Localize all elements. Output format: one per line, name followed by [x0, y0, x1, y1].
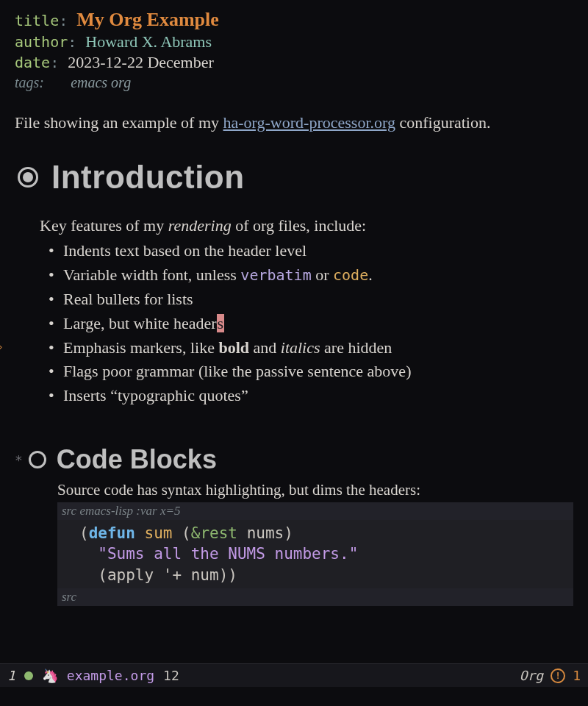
major-mode[interactable]: Org [520, 668, 544, 683]
heading-2[interactable]: * Code Blocks [15, 444, 573, 475]
meta-author-line: author: Howard X. Abrams [15, 32, 573, 51]
meta-key-author: author [15, 33, 68, 51]
verbatim-text: verbatim [240, 266, 311, 284]
editor-buffer[interactable]: title: My Org Example author: Howard X. … [0, 0, 588, 662]
features-list: Indents text based on the header level V… [49, 240, 573, 407]
warning-icon[interactable]: ! [551, 668, 565, 683]
doc-title: My Org Example [76, 9, 219, 30]
doc-date: 2023-12-22 December [68, 53, 214, 71]
list-item: Indents text based on the header level [49, 240, 573, 263]
meta-title-line: title: My Org Example [15, 9, 573, 31]
source-code[interactable]: (defun sum (&rest nums) "Sums all the NU… [57, 520, 573, 588]
warning-count: 1 [573, 668, 581, 683]
heading-1[interactable]: Introduction [18, 159, 573, 196]
heading-bullet-icon [18, 167, 38, 188]
line-number: 12 [163, 668, 179, 683]
meta-key-tags: tags: [15, 74, 44, 90]
src-end-line: src [57, 588, 573, 606]
config-link[interactable]: ha-org-word-processor.org [223, 113, 395, 132]
fringe-indicator-icon: » [0, 341, 2, 354]
meta-key-title: title [15, 12, 59, 29]
features-block: Key features of my rendering of org file… [40, 215, 573, 407]
window-number: 1 [7, 668, 15, 683]
features-lead: Key features of my rendering of org file… [40, 215, 573, 238]
list-item: Flags poor grammar (like the passive sen… [49, 360, 573, 383]
meta-date-line: date: 2023-12-22 December [15, 53, 573, 72]
buffer-name[interactable]: example.org [67, 668, 154, 683]
list-item: » Emphasis markers, like bold and italic… [49, 337, 573, 360]
source-block[interactable]: src emacs-lisp :var x=5 (defun sum (&res… [57, 502, 573, 606]
src-description: Source code has syntax highlighting, but… [57, 481, 573, 499]
heading-star-icon: * [15, 452, 23, 468]
meta-tags-line: tags: emacs org [15, 74, 573, 91]
meta-key-date: date [15, 54, 50, 71]
modified-indicator-icon [24, 671, 33, 680]
list-item: Variable width font, unless verbatim or … [49, 264, 573, 287]
heading-2-text: Code Blocks [57, 444, 217, 475]
heading-bullet-icon [29, 451, 46, 468]
minibuffer[interactable] [0, 687, 588, 706]
text-cursor: s [217, 314, 225, 332]
intro-paragraph: File showing an example of my ha-org-wor… [15, 112, 573, 134]
doc-author: Howard X. Abrams [85, 32, 212, 51]
inline-code: code [333, 266, 368, 284]
list-item: Large, but white headers [49, 313, 573, 335]
heading-1-text: Introduction [51, 159, 245, 196]
list-item: Inserts “typographic quotes” [49, 385, 573, 407]
mode-icon: 🦄 [42, 668, 58, 683]
src-begin-line: src emacs-lisp :var x=5 [57, 502, 573, 520]
list-item: Real bullets for lists [49, 288, 573, 311]
doc-tags: emacs org [71, 74, 131, 90]
mode-line[interactable]: 1 🦄 example.org 12 Org ! 1 [0, 663, 588, 687]
